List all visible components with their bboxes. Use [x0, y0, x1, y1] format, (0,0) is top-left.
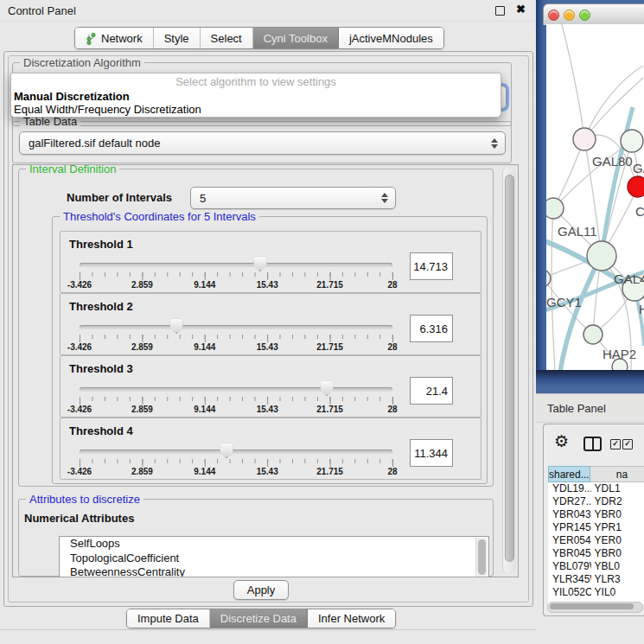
table-cell[interactable]: YIL052C	[548, 586, 591, 599]
table-row[interactable]: YLR345WYLR3	[548, 573, 644, 586]
gear-icon[interactable]: ⚙	[554, 433, 569, 450]
table-cell[interactable]: YBR045C	[548, 547, 591, 560]
table-cell[interactable]: YDR2	[591, 495, 644, 508]
table-cell[interactable]: YBR0	[591, 508, 644, 521]
slider-tick-label: 28	[387, 280, 397, 290]
slider-tick-label: 28	[387, 467, 397, 476]
attribute-list-item[interactable]: BetweennessCentrality	[60, 565, 488, 577]
table-hscrollbar-thumb[interactable]	[550, 603, 634, 609]
table-cell[interactable]: YBR0	[591, 547, 644, 560]
node-gal11[interactable]	[546, 198, 564, 219]
table-cell[interactable]: YBL079W	[548, 560, 591, 573]
table-cell[interactable]: YLR3	[591, 573, 644, 586]
close-icon[interactable]: ✖	[516, 3, 526, 16]
node-red-selected[interactable]	[628, 176, 644, 197]
tab-discretize-data[interactable]: Discretize Data	[210, 609, 308, 628]
table-cell[interactable]: YER054C	[548, 534, 591, 547]
tab-discretize-data-label: Discretize Data	[220, 612, 296, 625]
table-row[interactable]: YDL19...YDL1	[548, 482, 644, 495]
table-cell[interactable]: YDL1	[591, 482, 644, 495]
slider-tick-label: 15.43	[257, 405, 278, 414]
table-cell[interactable]: YPR1	[591, 521, 644, 534]
threshold-value-field[interactable]: 11.344	[410, 439, 453, 467]
tab-impute-data[interactable]: Impute Data	[127, 609, 210, 628]
threshold-slider[interactable]: -3.4262.8599.14415.4321.71528	[80, 294, 392, 354]
table-panel-title: Table Panel	[547, 402, 606, 415]
close-traffic-light-icon[interactable]	[548, 10, 559, 21]
attribute-list-item[interactable]: SelfLoops	[60, 537, 488, 552]
threshold-slider[interactable]: -3.4262.8599.14415.4321.71528	[80, 232, 392, 292]
column-header-name[interactable]: na	[590, 466, 644, 482]
node-hap2[interactable]	[583, 325, 603, 344]
algorithm-option-manual[interactable]: Manual Discretization	[11, 90, 501, 103]
attribute-list-item[interactable]: TopologicalCoefficient	[60, 552, 488, 566]
network-window-titlebar[interactable]	[543, 3, 644, 25]
table-cell[interactable]: YDL19...	[548, 482, 591, 495]
threshold-slider[interactable]: -3.4262.8599.14415.4321.71528	[80, 418, 392, 479]
numerical-attributes-list[interactable]: SelfLoopsTopologicalCoefficientBetweenne…	[59, 536, 489, 577]
slider-tick-label: 2.859	[131, 280, 153, 290]
attribute-items: SelfLoopsTopologicalCoefficientBetweenne…	[60, 537, 488, 577]
table-cell[interactable]: YDR27...	[548, 495, 591, 508]
table-row[interactable]: YBR045CYBR0	[548, 547, 644, 560]
slider-tick-label: 28	[387, 405, 397, 414]
slider-tick-label: 9.144	[194, 342, 215, 352]
network-window-frame-bottom	[536, 370, 644, 393]
table-cell[interactable]: YIL0	[591, 586, 644, 599]
threshold-row: Threshold 1 -3.4262.8599.14415.4321.7152…	[60, 231, 481, 293]
list-scrollbar-thumb[interactable]	[478, 539, 486, 575]
minimize-traffic-light-icon[interactable]	[564, 10, 575, 21]
slider-tick-label: 2.859	[131, 342, 153, 352]
table-data-combo[interactable]: galFiltered.sif default node	[19, 131, 506, 155]
tab-select[interactable]: Select	[201, 28, 253, 48]
column-header-shared-name[interactable]: shared...	[548, 466, 590, 482]
tab-style-label: Style	[164, 32, 189, 45]
divider	[0, 629, 536, 630]
threshold-value-field[interactable]: 21.4	[410, 377, 453, 405]
checkbox-icon[interactable]: ✓	[610, 439, 621, 450]
table-cell[interactable]: YPR145W	[548, 521, 591, 534]
slider-tick-labels: -3.4262.8599.14415.4321.71528	[80, 294, 392, 354]
node-top-right[interactable]	[621, 130, 643, 152]
table-cell[interactable]: YBL0	[591, 560, 644, 573]
network-view-canvas[interactable]: GAL80 GA C GAL11 GAL4 GCY1 H HAP2	[546, 24, 644, 370]
threshold-slider[interactable]: -3.4262.8599.14415.4321.71528	[80, 356, 392, 417]
table-row[interactable]: YIL052CYIL0	[548, 586, 644, 599]
table-row[interactable]: YDR27...YDR2	[548, 495, 644, 508]
slider-tick-label: 15.43	[257, 280, 278, 290]
number-of-intervals-combo[interactable]: 5	[190, 187, 396, 209]
settings-viewport: Interval Definition Number of Intervals …	[12, 164, 519, 577]
tab-infer-network[interactable]: Infer Network	[308, 609, 395, 628]
node-gcy1[interactable]	[546, 270, 551, 287]
tab-style[interactable]: Style	[154, 28, 201, 48]
settings-scrollbar[interactable]	[502, 167, 516, 574]
tab-impute-data-label: Impute Data	[137, 612, 199, 625]
threshold-value-field[interactable]: 6.316	[410, 315, 453, 342]
table-hscrollbar[interactable]	[547, 602, 643, 613]
tab-infer-network-label: Infer Network	[318, 612, 385, 625]
control-panel-title: Control Panel	[8, 4, 76, 17]
threshold-value-field[interactable]: 14.713	[410, 252, 453, 280]
table-row[interactable]: YPR145WYPR1	[548, 521, 644, 534]
node-gal4[interactable]	[587, 241, 616, 271]
table-row[interactable]: YBR043CYBR0	[548, 508, 644, 521]
node-gal80[interactable]	[573, 128, 596, 150]
zoom-traffic-light-icon[interactable]	[579, 10, 590, 21]
table-cell[interactable]: YER0	[591, 534, 644, 547]
tab-jactivemnodules[interactable]: jActiveMNodules	[339, 28, 443, 48]
tab-cyni-toolbox-label: Cyni Toolbox	[264, 32, 328, 45]
table-row[interactable]: YER054CYER0	[548, 534, 644, 547]
tab-cyni-toolbox[interactable]: Cyni Toolbox	[253, 28, 339, 48]
table-cell[interactable]: YLR345W	[548, 573, 591, 586]
table-row[interactable]: YBL079WYBL0	[548, 560, 644, 573]
settings-scrollbar-thumb[interactable]	[505, 175, 514, 562]
apply-button[interactable]: Apply	[233, 580, 289, 600]
checkbox-icon[interactable]: ✓	[622, 439, 633, 450]
split-columns-icon[interactable]	[583, 437, 602, 451]
float-window-icon[interactable]	[495, 6, 505, 16]
node-attribute-table[interactable]: shared... na YDL19...YDL1YDR27...YDR2YBR…	[548, 466, 644, 604]
list-scrollbar[interactable]	[475, 538, 488, 577]
tab-network[interactable]: Network	[75, 28, 154, 48]
algorithm-option-equal-width[interactable]: Equal Width/Frequency Discretization	[11, 103, 501, 116]
table-cell[interactable]: YBR043C	[548, 508, 591, 521]
